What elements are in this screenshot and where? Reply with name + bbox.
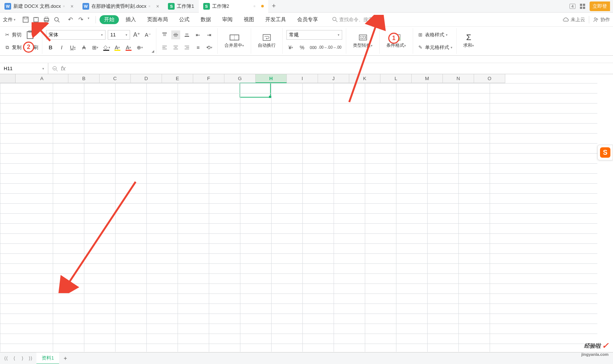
undo-icon[interactable]: ↶: [67, 16, 74, 23]
col-header-O[interactable]: O: [474, 74, 505, 83]
tab-close[interactable]: ×: [71, 3, 74, 9]
watermark: 经验啦✓: [584, 341, 609, 351]
cancel-formula-icon[interactable]: [52, 66, 58, 72]
menu-tab-vip[interactable]: 会员专享: [293, 15, 322, 24]
login-button[interactable]: 立即登: [590, 1, 610, 11]
side-tool-button[interactable]: S: [597, 145, 613, 160]
format-painter-button[interactable]: 格式刷: [24, 44, 38, 51]
col-header-J[interactable]: J: [318, 74, 349, 83]
col-header-B[interactable]: B: [68, 74, 100, 83]
bold-button[interactable]: B: [46, 43, 55, 52]
col-header-G[interactable]: G: [224, 74, 256, 83]
preview-icon[interactable]: [53, 16, 60, 23]
col-header-D[interactable]: D: [131, 74, 162, 83]
col-header-A[interactable]: A: [16, 74, 68, 83]
highlight-button[interactable]: A▾: [113, 43, 122, 52]
phonetic-button[interactable]: ⊕▾: [135, 43, 144, 52]
currency-icon[interactable]: ¥▾: [286, 43, 295, 52]
menu-tab-insert[interactable]: 插入: [121, 15, 140, 24]
sheet-tab[interactable]: 资料1: [36, 352, 59, 364]
menu-tab-view[interactable]: 视图: [239, 15, 259, 24]
tab-close[interactable]: ×: [156, 3, 159, 9]
print-icon[interactable]: [43, 16, 50, 23]
cut-button[interactable]: ✂剪切: [4, 32, 22, 38]
fill-color-button[interactable]: ▾: [102, 43, 111, 52]
orientation-icon[interactable]: ⟲▾: [205, 43, 214, 52]
cell-style-button[interactable]: ✎单元格样式▾: [417, 44, 453, 51]
collab-button[interactable]: 协作: [593, 16, 610, 23]
col-header-H[interactable]: H: [256, 74, 287, 83]
redo-icon[interactable]: ↷: [77, 16, 84, 23]
qa-more[interactable]: ▾: [88, 16, 90, 23]
next-sheet-icon[interactable]: ⟩: [19, 355, 26, 361]
conditional-format-button[interactable]: 条件格式▾: [383, 32, 409, 50]
save-as-icon[interactable]: [33, 16, 39, 23]
font-color-button[interactable]: A▾: [124, 43, 133, 52]
table-style-button[interactable]: ⊞表格样式▾: [417, 32, 448, 38]
col-header-K[interactable]: K: [349, 74, 380, 83]
expand-corner-icon[interactable]: ◢: [152, 49, 155, 53]
doc-tab-1[interactable]: W 新建 DOCX 文档.docx ▫ ×: [0, 0, 78, 13]
doc-tab-2[interactable]: W 在那静谧的黄昏时刻.docx ▫ ×: [78, 0, 163, 13]
menu-tab-layout[interactable]: 页面布局: [143, 15, 172, 24]
prev-sheet-icon[interactable]: ⟨: [10, 355, 18, 361]
fx-icon[interactable]: fx: [61, 65, 65, 72]
spreadsheet-grid[interactable]: ABCDEFGHIJKLMNO: [0, 74, 613, 352]
wrap-text-button[interactable]: 自动换行: [255, 32, 279, 50]
align-right-icon[interactable]: [182, 43, 191, 52]
apps-icon[interactable]: [580, 4, 585, 9]
increase-decimal-icon[interactable]: .00→.0: [320, 43, 329, 52]
number-format-select[interactable]: 常规▾: [286, 30, 342, 40]
menu-tab-dev[interactable]: 开发工具: [261, 15, 291, 24]
align-middle-icon[interactable]: [171, 30, 180, 39]
save-icon[interactable]: [22, 16, 29, 23]
menu-tab-data[interactable]: 数据: [196, 15, 215, 24]
align-center-icon[interactable]: [171, 43, 180, 52]
col-header-N[interactable]: N: [443, 74, 474, 83]
paste-button[interactable]: [24, 30, 36, 40]
col-header-F[interactable]: F: [193, 74, 224, 83]
new-tab-button[interactable]: +: [268, 2, 280, 10]
menu-tab-formula[interactable]: 公式: [175, 15, 194, 24]
last-sheet-icon[interactable]: ⟩⟩: [27, 355, 34, 361]
add-sheet-button[interactable]: +: [59, 355, 71, 362]
underline-button[interactable]: U▾: [68, 43, 77, 52]
justify-icon[interactable]: ≡: [194, 43, 202, 52]
col-header-M[interactable]: M: [412, 74, 443, 83]
border-button[interactable]: ⊞▾: [91, 43, 100, 52]
font-size-select[interactable]: 11▾: [108, 30, 130, 40]
menu-tab-start[interactable]: 开始: [100, 15, 119, 24]
decrease-font-icon[interactable]: A⁻: [143, 30, 152, 39]
font-name-select[interactable]: 宋体▾: [46, 30, 106, 40]
align-top-icon[interactable]: [160, 30, 169, 39]
increase-font-icon[interactable]: A⁺: [132, 30, 141, 39]
doc-tab-4[interactable]: S 工作簿2 ▫: [199, 0, 268, 13]
decrease-decimal-icon[interactable]: .0→.00: [331, 43, 340, 52]
first-sheet-icon[interactable]: ⟨⟨: [2, 355, 10, 361]
menu-tab-review[interactable]: 审阅: [218, 15, 237, 24]
col-header-I[interactable]: I: [287, 74, 318, 83]
type-convert-button[interactable]: 123 类型转换▾: [350, 32, 376, 50]
col-header-L[interactable]: L: [380, 74, 412, 83]
increase-indent-icon[interactable]: ⇥: [205, 30, 214, 39]
command-search[interactable]: 查找命令、搜索模板: [332, 16, 383, 23]
active-cell[interactable]: [240, 83, 271, 98]
percent-icon[interactable]: %: [298, 43, 306, 52]
align-left-icon[interactable]: [160, 43, 169, 52]
cloud-status[interactable]: 未上云: [562, 16, 585, 23]
italic-button[interactable]: I: [57, 43, 66, 52]
merge-center-button[interactable]: 合并居中▾: [221, 32, 247, 50]
autosum-button[interactable]: Σ 求和▾: [460, 32, 477, 50]
comma-icon[interactable]: 000: [309, 43, 318, 52]
doc-tab-3[interactable]: S 工作簿1: [163, 0, 198, 13]
file-menu[interactable]: 文件▾: [3, 16, 18, 23]
window-counter[interactable]: 4: [570, 4, 575, 9]
name-box[interactable]: H11▾: [0, 63, 48, 74]
strikethrough-button[interactable]: A: [80, 43, 88, 52]
col-header-E[interactable]: E: [162, 74, 193, 83]
decrease-indent-icon[interactable]: ⇤: [194, 30, 202, 39]
align-bottom-icon[interactable]: [182, 30, 191, 39]
col-header-C[interactable]: C: [100, 74, 131, 83]
select-all-corner[interactable]: [0, 74, 16, 83]
copy-button[interactable]: ⧉复制: [4, 44, 22, 51]
